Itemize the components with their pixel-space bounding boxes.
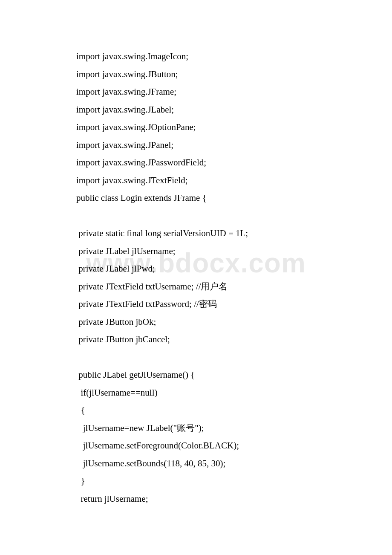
code-block: import javax.swing.ImageIcon; import jav… [76, 48, 392, 508]
document-page: www.bdocx.com import javax.swing.ImageIc… [0, 0, 392, 555]
